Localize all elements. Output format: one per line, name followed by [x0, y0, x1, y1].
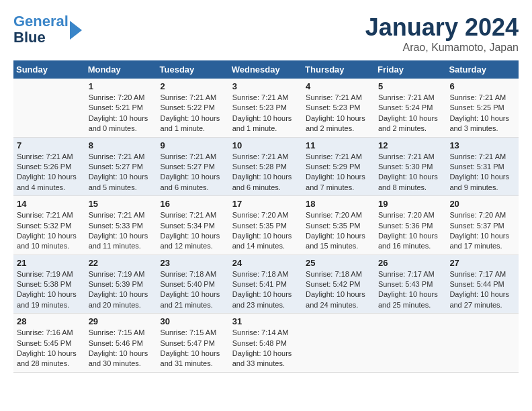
- calendar-cell: 3Sunrise: 7:21 AMSunset: 5:23 PMDaylight…: [229, 79, 302, 137]
- day-number: 31: [232, 316, 299, 326]
- logo-blue: Blue: [13, 29, 46, 46]
- day-number: 23: [161, 258, 226, 268]
- calendar-cell: 23Sunrise: 7:18 AMSunset: 5:40 PMDayligh…: [157, 255, 229, 314]
- day-number: 20: [449, 199, 515, 209]
- calendar-cell: 16Sunrise: 7:21 AMSunset: 5:34 PMDayligh…: [157, 196, 229, 255]
- calendar-cell: 29Sunrise: 7:15 AMSunset: 5:46 PMDayligh…: [85, 314, 157, 373]
- day-number: 5: [378, 81, 443, 91]
- day-info: Sunrise: 7:21 AMSunset: 5:25 PMDaylight:…: [449, 93, 515, 134]
- calendar-cell: 14Sunrise: 7:21 AMSunset: 5:32 PMDayligh…: [13, 196, 85, 255]
- calendar-cell: 8Sunrise: 7:21 AMSunset: 5:27 PMDaylight…: [85, 137, 157, 196]
- day-number: 22: [89, 258, 154, 268]
- day-info: Sunrise: 7:21 AMSunset: 5:28 PMDaylight:…: [232, 152, 299, 193]
- calendar-cell: 17Sunrise: 7:20 AMSunset: 5:35 PMDayligh…: [229, 196, 302, 255]
- calendar-cell: 5Sunrise: 7:21 AMSunset: 5:24 PMDaylight…: [375, 79, 446, 137]
- calendar-cell: 13Sunrise: 7:21 AMSunset: 5:31 PMDayligh…: [446, 137, 519, 196]
- day-info: Sunrise: 7:17 AMSunset: 5:44 PMDaylight:…: [449, 269, 515, 311]
- calendar-cell: 22Sunrise: 7:19 AMSunset: 5:39 PMDayligh…: [85, 255, 157, 314]
- day-number: 2: [161, 81, 226, 91]
- title-section: January 2024 Arao, Kumamoto, Japan: [365, 13, 519, 54]
- day-info: Sunrise: 7:21 AMSunset: 5:23 PMDaylight:…: [306, 93, 371, 134]
- logo: General Blue: [13, 13, 82, 46]
- calendar-cell: 4Sunrise: 7:21 AMSunset: 5:23 PMDaylight…: [302, 79, 375, 137]
- calendar-cell: 30Sunrise: 7:15 AMSunset: 5:47 PMDayligh…: [157, 314, 229, 373]
- day-number: 14: [17, 199, 82, 209]
- calendar-cell: [446, 314, 519, 373]
- day-number: 24: [232, 258, 299, 268]
- day-info: Sunrise: 7:20 AMSunset: 5:21 PMDaylight:…: [89, 93, 154, 134]
- calendar-cell: 31Sunrise: 7:14 AMSunset: 5:48 PMDayligh…: [229, 314, 302, 373]
- day-info: Sunrise: 7:15 AMSunset: 5:47 PMDaylight:…: [161, 328, 226, 369]
- calendar-cell: 7Sunrise: 7:21 AMSunset: 5:26 PMDaylight…: [13, 137, 85, 196]
- calendar-cell: 18Sunrise: 7:20 AMSunset: 5:35 PMDayligh…: [302, 196, 375, 255]
- calendar-cell: 10Sunrise: 7:21 AMSunset: 5:28 PMDayligh…: [229, 137, 302, 196]
- day-number: 30: [161, 316, 226, 326]
- day-info: Sunrise: 7:15 AMSunset: 5:46 PMDaylight:…: [89, 328, 154, 369]
- day-header-monday: Monday: [85, 60, 157, 79]
- calendar-cell: 9Sunrise: 7:21 AMSunset: 5:27 PMDaylight…: [157, 137, 229, 196]
- day-header-sunday: Sunday: [13, 60, 85, 79]
- day-info: Sunrise: 7:18 AMSunset: 5:40 PMDaylight:…: [161, 269, 226, 311]
- day-info: Sunrise: 7:21 AMSunset: 5:30 PMDaylight:…: [378, 152, 443, 193]
- week-row-1: 1Sunrise: 7:20 AMSunset: 5:21 PMDaylight…: [13, 79, 519, 137]
- day-number: 12: [378, 140, 443, 150]
- calendar-cell: 11Sunrise: 7:21 AMSunset: 5:29 PMDayligh…: [302, 137, 375, 196]
- calendar-cell: 6Sunrise: 7:21 AMSunset: 5:25 PMDaylight…: [446, 79, 519, 137]
- day-number: 17: [232, 199, 299, 209]
- calendar-cell: 24Sunrise: 7:18 AMSunset: 5:41 PMDayligh…: [229, 255, 302, 314]
- day-header-tuesday: Tuesday: [157, 60, 229, 79]
- calendar-cell: 12Sunrise: 7:21 AMSunset: 5:30 PMDayligh…: [375, 137, 446, 196]
- logo-arrow-icon: [70, 21, 82, 40]
- day-info: Sunrise: 7:21 AMSunset: 5:34 PMDaylight:…: [161, 210, 226, 252]
- day-info: Sunrise: 7:21 AMSunset: 5:29 PMDaylight:…: [306, 152, 371, 193]
- logo-general: General: [13, 13, 69, 30]
- day-header-saturday: Saturday: [446, 60, 519, 79]
- calendar-cell: 20Sunrise: 7:20 AMSunset: 5:37 PMDayligh…: [446, 196, 519, 255]
- logo-text: General Blue: [13, 13, 69, 46]
- day-header-wednesday: Wednesday: [229, 60, 302, 79]
- day-number: 11: [306, 140, 371, 150]
- calendar-cell: 28Sunrise: 7:16 AMSunset: 5:45 PMDayligh…: [13, 314, 85, 373]
- day-number: 10: [232, 140, 299, 150]
- day-info: Sunrise: 7:18 AMSunset: 5:41 PMDaylight:…: [232, 269, 299, 311]
- day-info: Sunrise: 7:14 AMSunset: 5:48 PMDaylight:…: [232, 328, 299, 369]
- month-title: January 2024: [365, 13, 519, 42]
- calendar-cell: 25Sunrise: 7:18 AMSunset: 5:42 PMDayligh…: [302, 255, 375, 314]
- day-info: Sunrise: 7:20 AMSunset: 5:37 PMDaylight:…: [449, 210, 515, 252]
- day-number: 21: [17, 258, 82, 268]
- day-number: 27: [449, 258, 515, 268]
- day-number: 25: [306, 258, 371, 268]
- day-header-friday: Friday: [375, 60, 446, 79]
- calendar-cell: 2Sunrise: 7:21 AMSunset: 5:22 PMDaylight…: [157, 79, 229, 137]
- calendar-cell: 21Sunrise: 7:19 AMSunset: 5:38 PMDayligh…: [13, 255, 85, 314]
- day-number: 8: [89, 140, 154, 150]
- week-row-5: 28Sunrise: 7:16 AMSunset: 5:45 PMDayligh…: [13, 314, 519, 373]
- calendar-cell: 1Sunrise: 7:20 AMSunset: 5:21 PMDaylight…: [85, 79, 157, 137]
- day-number: 6: [449, 81, 515, 91]
- day-number: 15: [89, 199, 154, 209]
- day-info: Sunrise: 7:21 AMSunset: 5:24 PMDaylight:…: [378, 93, 443, 134]
- week-row-4: 21Sunrise: 7:19 AMSunset: 5:38 PMDayligh…: [13, 255, 519, 314]
- day-number: 3: [232, 81, 299, 91]
- calendar-cell: [13, 79, 85, 137]
- day-info: Sunrise: 7:19 AMSunset: 5:38 PMDaylight:…: [17, 269, 82, 311]
- calendar-cell: 27Sunrise: 7:17 AMSunset: 5:44 PMDayligh…: [446, 255, 519, 314]
- day-number: 16: [161, 199, 226, 209]
- day-info: Sunrise: 7:21 AMSunset: 5:27 PMDaylight:…: [89, 152, 154, 193]
- day-number: 13: [449, 140, 515, 150]
- day-info: Sunrise: 7:20 AMSunset: 5:35 PMDaylight:…: [232, 210, 299, 252]
- day-info: Sunrise: 7:21 AMSunset: 5:33 PMDaylight:…: [89, 210, 154, 252]
- day-info: Sunrise: 7:19 AMSunset: 5:39 PMDaylight:…: [89, 269, 154, 311]
- day-number: 26: [378, 258, 443, 268]
- week-row-3: 14Sunrise: 7:21 AMSunset: 5:32 PMDayligh…: [13, 196, 519, 255]
- day-info: Sunrise: 7:20 AMSunset: 5:35 PMDaylight:…: [306, 210, 371, 252]
- day-header-thursday: Thursday: [302, 60, 375, 79]
- day-number: 4: [306, 81, 371, 91]
- week-row-2: 7Sunrise: 7:21 AMSunset: 5:26 PMDaylight…: [13, 137, 519, 196]
- day-info: Sunrise: 7:20 AMSunset: 5:36 PMDaylight:…: [378, 210, 443, 252]
- day-info: Sunrise: 7:16 AMSunset: 5:45 PMDaylight:…: [17, 328, 82, 369]
- day-info: Sunrise: 7:21 AMSunset: 5:31 PMDaylight:…: [449, 152, 515, 193]
- day-number: 29: [89, 316, 154, 326]
- calendar-cell: [302, 314, 375, 373]
- page-header: General Blue January 2024 Arao, Kumamoto…: [13, 13, 519, 54]
